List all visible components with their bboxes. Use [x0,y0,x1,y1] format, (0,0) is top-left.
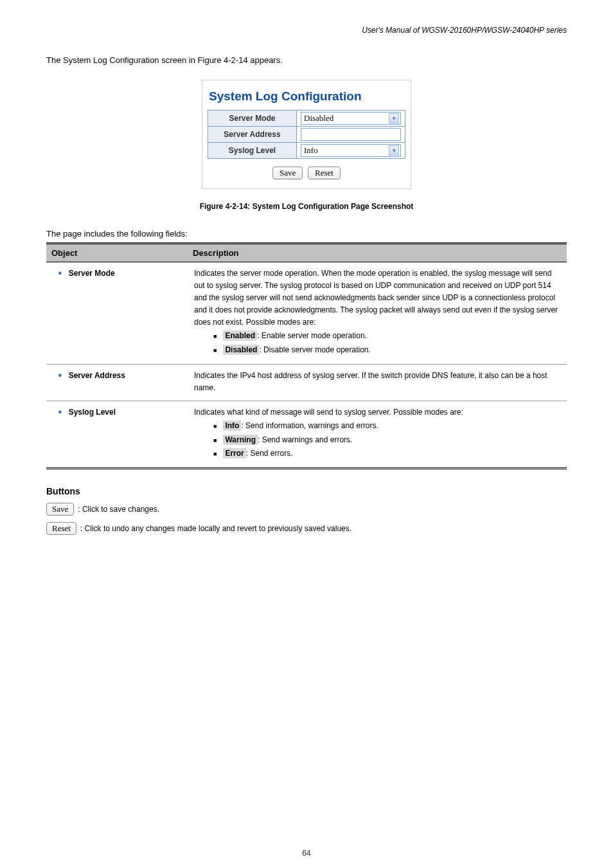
button-description-row: Save: Click to save changes. [46,503,567,516]
description-cell: Indicates the server mode operation. Whe… [188,262,567,364]
col-description: Description [188,243,567,262]
square-bullet-icon: ■ [213,437,217,444]
table-row: ●Syslog LevelIndicates what kind of mess… [46,401,567,469]
syslog-level-select[interactable]: Info ▾ [301,144,401,157]
save-button-sample[interactable]: Save [46,503,74,516]
desc-intro: The page includes the following fields: [46,229,567,239]
option-item: ■Error: Send errors. [194,448,560,460]
square-bullet-icon: ■ [213,423,217,429]
server-address-input[interactable] [301,128,401,141]
option-label: Info [223,420,241,431]
save-button[interactable]: Save [272,167,303,179]
config-screenshot: System Log Configuration Server Mode Dis… [202,80,411,189]
option-text: : Send errors. [246,449,293,458]
option-text: : Send information, warnings and errors. [241,421,378,430]
option-label: Disabled [223,345,259,355]
chevron-down-icon: ▾ [389,145,399,156]
button-desc-text: : Click to undo any changes made locally… [80,524,351,533]
object-label: Server Mode [69,267,115,280]
option-item: ■Info: Send information, warnings and er… [194,420,560,432]
col-object: Object [46,243,188,262]
server-mode-select[interactable]: Disabled ▾ [301,112,401,125]
square-bullet-icon: ■ [213,451,217,457]
reset-button-sample[interactable]: Reset [46,522,76,535]
option-label: Error [223,448,245,458]
syslog-level-label: Syslog Level [208,142,297,158]
object-item: ●Syslog Level [53,406,181,419]
option-label: Warning [223,435,258,445]
object-label: Syslog Level [69,406,116,419]
manual-header: User's Manual of WGSW-20160HP/WGSW-24040… [46,26,567,35]
option-text: : Disable server mode operation. [259,345,370,354]
figure-caption: Figure 4-2-14: System Log Configuration … [46,202,567,211]
reset-button[interactable]: Reset [308,167,341,179]
button-desc-text: : Click to save changes. [78,505,159,514]
table-row: ●Server AddressIndicates the IPv4 host a… [46,364,567,401]
option-item: ■Warning: Send warnings and errors. [194,434,560,446]
option-text: : Send warnings and errors. [258,435,352,444]
buttons-heading: Buttons [46,486,567,496]
option-text: : Enable server mode operation. [257,331,367,340]
bullet-icon: ● [58,370,62,381]
object-item: ●Server Address [53,370,181,382]
server-address-label: Server Address [208,126,297,142]
object-label: Server Address [69,370,125,382]
table-row: ●Server ModeIndicates the server mode op… [46,262,567,364]
server-mode-label: Server Mode [208,110,297,126]
option-label: Enabled [223,330,257,341]
square-bullet-icon: ■ [213,333,217,339]
button-description-row: Reset: Click to undo any changes made lo… [46,522,567,535]
bullet-icon: ● [58,406,62,418]
description-table: Object Description ●Server ModeIndicates… [46,242,567,469]
option-item: ■Enabled: Enable server mode operation. [194,330,560,342]
config-table: Server Mode Disabled ▾ Server Address Sy… [208,110,405,159]
description-cell: Indicates what kind of message will send… [188,401,567,469]
object-item: ●Server Mode [53,267,181,280]
option-item: ■Disabled: Disable server mode operation… [194,344,560,356]
intro-text: The System Log Configuration screen in F… [46,54,567,67]
chevron-down-icon: ▾ [389,113,399,123]
bullet-icon: ● [58,267,62,279]
description-cell: Indicates the IPv4 host address of syslo… [188,364,567,401]
square-bullet-icon: ■ [213,347,217,354]
config-title: System Log Configuration [208,87,405,110]
page-number: 64 [0,849,613,858]
